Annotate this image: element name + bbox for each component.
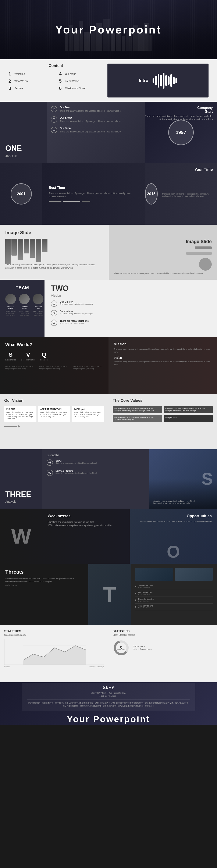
team-member-1: Amanda Chris CEO / Founder Lorem ipsum d… <box>5 294 16 316</box>
arrow-bar <box>4 426 17 427</box>
threats-top-imgs <box>135 568 213 581</box>
three-label: THREE <box>5 490 37 499</box>
team-member-2: Amanda Chris CEO / Founder Lorem ipsum d… <box>19 294 30 316</box>
copyright-title: 版权声明 <box>27 686 190 690</box>
num-circle-3: 03 <box>51 127 57 133</box>
one-label: ONE <box>5 144 41 153</box>
threats-desc: Sometime one who desired to obtain pain … <box>5 577 83 583</box>
slide10-right: Opportunities Sometime one who desired t… <box>130 508 217 564</box>
about-item-1: 01 Our Dev There are many variations of … <box>51 106 141 113</box>
mission-item2-text: Core Values There are many variations of… <box>60 310 93 316</box>
timeline-desc: There are many variations of passages of… <box>49 192 138 198</box>
member3-desc: Lorem ipsum dolor sit amet <box>33 312 43 316</box>
what-we-do-title: What We do? <box>5 342 103 347</box>
copyright-box: 版权声明 感谢支持使用此设计作品，本作设计稿为 非商业稿，请勿商用！ 演示文稿内… <box>22 683 195 711</box>
q-subtitle: Location <box>40 359 48 361</box>
slide9-mid: Strengths 01 SWOT Sometime one who desir… <box>42 449 149 508</box>
year-circle: 1997 <box>168 120 194 145</box>
w-section: W <box>0 508 42 564</box>
strip-7 <box>42 239 48 252</box>
swot-circle-2: 02 <box>46 470 53 476</box>
about-item-3: 03 Our Team There are many variations of… <box>51 127 141 133</box>
content-item-5: 5 Trend Works <box>59 79 103 84</box>
wave-bar-3 <box>158 74 159 88</box>
s-subtitle: E-Enterprise <box>5 359 16 361</box>
circle-decoration <box>199 258 212 271</box>
avatar-3 <box>33 294 43 304</box>
mission-label: Mission <box>51 294 211 297</box>
vision-desc: There are many variations of passages of… <box>114 361 212 366</box>
slide-statistics: STATISTICS Clean Statistics graphic Octo… <box>0 625 217 682</box>
waveform <box>153 72 177 89</box>
threats-title: Threats <box>5 569 83 575</box>
core-card-4: Stronger. More. <box>164 415 213 422</box>
slide7-left: What We do? S E-Enterprise V 247 Help Ce… <box>0 337 108 394</box>
content-grid: 1 Welcome 4 Our Maps 2 Who We Are 5 Tren… <box>8 71 103 91</box>
wave-bar-2 <box>155 76 157 85</box>
slide-threats: Threats Sometime one who desired to obta… <box>0 564 217 625</box>
service-item-1: One Service One There Top Flow <box>135 583 213 590</box>
slide-weaknesses: W Weaknesses Sometime one who desired to… <box>0 508 217 564</box>
item3-text: Our Team There are many variations of pa… <box>60 127 121 133</box>
threats-left: Threats Sometime one who desired to obta… <box>0 564 88 625</box>
donut-chart: Q Share Place <box>113 639 130 656</box>
stats-title: STATISTICS <box>4 629 104 633</box>
team-member-3: Amanda Chris CEO / Founder Lorem ipsum d… <box>33 294 43 316</box>
slide-about: ONE About Us 01 Our Dev There are many v… <box>0 102 217 163</box>
t-letter: T <box>103 582 116 607</box>
arrow-deco <box>4 425 104 428</box>
two-label: TWO <box>51 284 211 293</box>
slide8-right: The Core Values New Climb Built a 15 Yea… <box>108 394 217 449</box>
donut-center: Q Share Place <box>113 639 130 656</box>
threat-img-2 <box>175 568 213 581</box>
threats-right: One Service One There Top Flow Two Servi… <box>131 564 217 625</box>
analysis-label: Analysis <box>5 500 37 503</box>
slide6-left: TEAM Amanda Chris CEO / Founder Lorem ip… <box>0 280 44 337</box>
strip-4 <box>24 239 29 253</box>
wave-bar-9 <box>173 77 175 84</box>
wave-bar-6 <box>165 75 167 86</box>
slide3-right: CompanyStart There are many variations o… <box>145 102 217 163</box>
year-circle-2015: 2015 <box>145 183 158 205</box>
timeline-bar-2 <box>63 201 80 202</box>
image-slide-title-right: Image Slide <box>114 239 212 244</box>
about-item-2: 02 Our Show There are many variations of… <box>51 116 141 123</box>
opportunities-desc: Sometime one who desired to obtain pain … <box>135 521 212 523</box>
strengths-label: Strengths <box>46 454 145 457</box>
gray-rect-2 <box>186 252 212 255</box>
v-letter: V <box>21 351 35 358</box>
wave-bar-10 <box>176 78 177 83</box>
final-title: Your Powerpoint <box>67 714 150 724</box>
q-desc: Lorem Ipsum is simply dummy text of the … <box>73 365 103 370</box>
s-letter: S <box>5 351 16 358</box>
slide9-left: THREE Analysis <box>0 449 42 508</box>
v-item: V 247 Help Center <box>21 351 35 361</box>
swot-item1-text: SWOT Sometime one who desired to obtain … <box>56 459 97 466</box>
gray-rect-1 <box>195 246 212 249</box>
member2-desc: Lorem ipsum dolor sit amet <box>19 312 30 316</box>
slide-title: Your Powerpoint <box>0 0 217 59</box>
content-title: Content <box>8 64 103 68</box>
wave-bar-4 <box>160 75 162 87</box>
strip-2 <box>11 239 17 255</box>
time-right-desc: There are many variations of passages of… <box>158 193 217 197</box>
swot-item2-text: Service Feature Sometime one who desired… <box>56 470 97 476</box>
mission-num-1: 01 <box>51 301 57 307</box>
our-vision-title: Our Vision <box>4 398 104 403</box>
team-members: Amanda Chris CEO / Founder Lorem ipsum d… <box>5 294 39 316</box>
best-time-label: Best Time <box>49 186 138 190</box>
wave-bar-8 <box>170 74 172 87</box>
slide-what-we-do: What We do? S E-Enterprise V 247 Help Ce… <box>0 337 217 394</box>
your-time-label: Your Time <box>194 167 213 172</box>
slide-team: TEAM Amanda Chris CEO / Founder Lorem ip… <box>0 280 217 337</box>
svq-row: S E-Enterprise V 247 Help Center Q Locat… <box>5 351 103 361</box>
building-strips <box>5 239 103 260</box>
vision-card-3: 247 Report New Climb Built a 15 Year New… <box>72 406 104 422</box>
dot-3 <box>135 599 136 601</box>
q-item: Q Location <box>40 351 48 361</box>
stats-left: STATISTICS Clean Statistics graphic Octo… <box>0 625 108 682</box>
swot-item-2: 02 Service Feature Sometime one who desi… <box>46 470 145 476</box>
slide6-right: TWO Mission 01 Our Mission There are man… <box>44 280 217 337</box>
member3-role: CEO / Founder <box>33 310 43 312</box>
timeline-bar <box>49 201 61 202</box>
